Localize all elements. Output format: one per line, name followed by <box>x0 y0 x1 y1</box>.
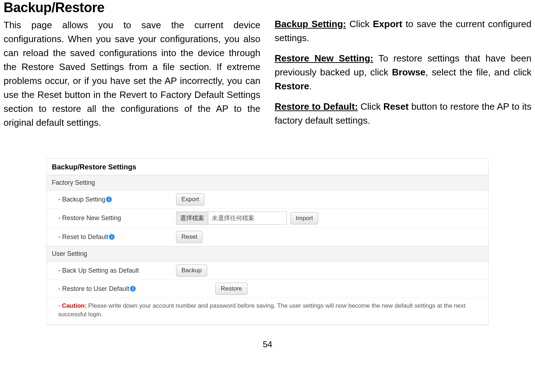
restore-new-setting-paragraph: Restore New Setting: To restore settings… <box>275 51 531 93</box>
page-title: Backup/Restore <box>4 0 260 15</box>
restore-to-user-default-row: - Restore to User Default i Restore <box>47 280 488 298</box>
reset-to-default-row: - Reset to Default i Reset <box>47 228 488 246</box>
restore-word: Restore <box>275 81 309 91</box>
restore-new-setting-label: Restore New Setting: <box>275 53 373 64</box>
restore-new-setting-row-label: - Restore New Setting <box>58 214 121 222</box>
info-icon[interactable]: i <box>109 234 115 240</box>
info-icon[interactable]: i <box>106 197 112 202</box>
restore-to-default-paragraph: Restore to Default: Click Reset button t… <box>275 100 531 128</box>
file-chooser[interactable]: 選擇檔案 未選擇任何檔案 <box>176 212 287 225</box>
export-word: Export <box>373 19 402 29</box>
caution-label: Caution: <box>62 302 86 309</box>
backup-setting-label: Backup Setting: <box>275 19 346 29</box>
choose-file-button[interactable]: 選擇檔案 <box>176 212 208 224</box>
import-button[interactable]: Import <box>290 212 318 224</box>
factory-setting-header: Factory Setting <box>47 175 488 190</box>
backup-setting-row-label: - Backup Setting <box>58 196 105 203</box>
backup-as-default-row: - Back Up Setting as Default Backup <box>47 262 488 280</box>
text: , select the file, and click <box>425 67 531 78</box>
backup-restore-settings-panel: Backup/Restore Settings Factory Setting … <box>46 158 489 325</box>
page-number: 54 <box>4 339 531 349</box>
text: . <box>309 81 312 91</box>
info-icon[interactable]: i <box>130 286 136 292</box>
text: Click <box>358 101 383 112</box>
backup-setting-row: - Backup Setting i Export <box>47 190 488 209</box>
restore-to-default-label: Restore to Default: <box>275 101 358 112</box>
export-button[interactable]: Export <box>176 193 204 205</box>
no-file-label: 未選擇任何檔案 <box>208 212 286 224</box>
caution-dash: - <box>58 302 62 309</box>
caution-text: Please write down your account number an… <box>58 302 465 318</box>
reset-button[interactable]: Reset <box>176 231 202 243</box>
intro-paragraph: This page allows you to save the current… <box>4 18 260 130</box>
browse-word: Browse <box>392 67 425 78</box>
restore-button[interactable]: Restore <box>215 283 248 295</box>
restore-to-user-default-row-label: - Restore to User Default <box>58 285 129 293</box>
restore-new-setting-row: - Restore New Setting 選擇檔案 未選擇任何檔案 Impor… <box>47 209 488 228</box>
backup-as-default-row-label: - Back Up Setting as Default <box>58 267 139 274</box>
reset-to-default-row-label: - Reset to Default <box>58 233 108 241</box>
user-setting-header: User Setting <box>47 246 488 262</box>
caution-row: - Caution: Please write down your accoun… <box>47 298 488 325</box>
reset-word: Reset <box>383 101 409 112</box>
backup-button[interactable]: Backup <box>176 264 207 277</box>
text: Click <box>346 19 373 29</box>
panel-title: Backup/Restore Settings <box>47 159 488 175</box>
backup-setting-paragraph: Backup Setting: Click Export to save the… <box>275 17 531 45</box>
